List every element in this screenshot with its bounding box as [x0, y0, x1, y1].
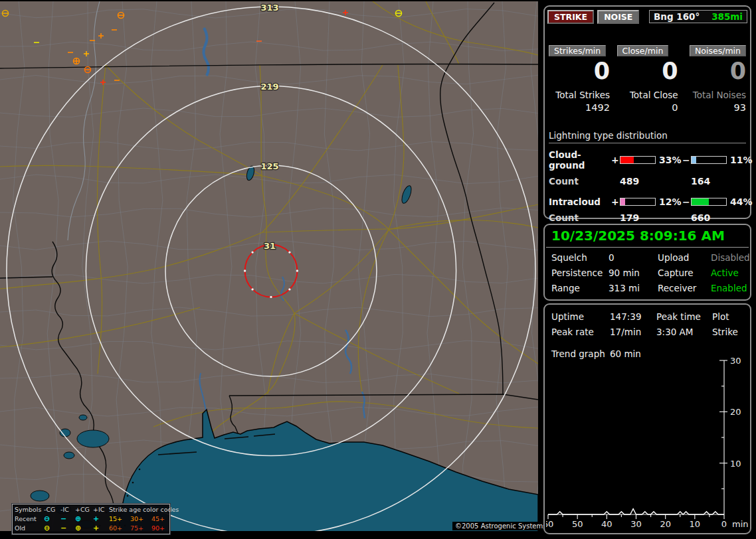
close-counter: Close/min 0 Total Close 0 [617, 45, 678, 113]
legend-header-2: -IC [60, 505, 75, 514]
distribution-title: Lightning type distribution [549, 130, 746, 143]
strike-toggle-button[interactable]: STRIKE [547, 10, 594, 24]
strike-symbol-icon: ⊕ [75, 524, 93, 533]
strikes-per-min-button[interactable]: Strikes/min [549, 45, 606, 56]
ring-label-125: 125 [260, 161, 278, 171]
age-code-60+: 60+ [109, 524, 130, 533]
close-rate: 0 [617, 58, 678, 84]
legend-header-3: +CG [75, 505, 93, 514]
ic-negative-bar [691, 198, 727, 206]
legend-header-0: Symbols [15, 505, 44, 514]
bearing-readout: Bng 160° 385mi [649, 10, 747, 23]
status-row: Range 313 mi Receiver Enabled [545, 283, 750, 293]
copyright-label: ©2005 Astrogenic Systems [452, 522, 549, 530]
svg-text:60: 60 [546, 519, 553, 529]
svg-text:30: 30 [730, 356, 741, 366]
legend-row-label: Old [15, 524, 44, 533]
trend-chart: 1020300102030405060min [546, 355, 751, 532]
cg-negative-bar [691, 156, 727, 164]
intracloud-row: Intracloud + 12% − 44% [545, 196, 750, 207]
strike-symbol-icon: + [93, 514, 109, 524]
total-noises-value: 93 [685, 102, 746, 113]
total-noises-label: Total Noises [685, 90, 746, 100]
strike-symbol-icon: − [60, 514, 75, 524]
legend-header-4: +IC [93, 505, 109, 514]
svg-text:10: 10 [730, 459, 741, 469]
total-close-label: Total Close [617, 90, 678, 100]
ic-positive-bar [620, 198, 656, 206]
age-code-45+: 45+ [151, 514, 170, 524]
noises-per-min-button[interactable]: Noises/min [690, 45, 746, 56]
svg-text:min: min [732, 519, 749, 529]
status-panel: 10/23/2025 8:09:16 AM Squelch 0 Upload D… [543, 224, 751, 301]
total-strikes-label: Total Strikes [549, 90, 610, 100]
svg-text:10: 10 [690, 519, 701, 529]
capture-status: Active [711, 268, 743, 278]
trend-line [548, 509, 724, 515]
cloud-ground-row: Cloud-ground + 33% − 11% [545, 149, 750, 171]
total-close-value: 0 [617, 102, 678, 113]
legend-header-1: -CG [44, 505, 60, 514]
close-per-min-button[interactable]: Close/min [617, 45, 669, 56]
ring-label-219: 219 [260, 82, 278, 92]
map-legend: Symbols-CG-IC+CG+ICStrike age color code… [12, 504, 170, 534]
noise-toggle-button[interactable]: NOISE [597, 10, 639, 24]
session-panel: Uptime 147:39 Peak time Plot Peak rate 1… [543, 303, 751, 534]
legend-row-label: Recent [15, 514, 44, 524]
strikes-rate: 0 [549, 58, 610, 84]
strike-symbol-icon: ⊕ [75, 514, 93, 524]
ring-label-31: 31 [264, 241, 276, 251]
noises-rate: 0 [685, 58, 746, 84]
noises-counter: Noises/min 0 Total Noises 93 [685, 45, 746, 113]
age-code-90+: 90+ [151, 524, 170, 533]
age-code-75+: 75+ [130, 524, 151, 533]
datetime-display: 10/23/2025 8:09:16 AM [546, 225, 749, 248]
strike-symbol-icon: + [93, 524, 109, 533]
minus-sign: − [682, 155, 691, 165]
intracloud-counts: Count 179 660 [545, 212, 750, 223]
session-row: Peak rate 17/min 3:30 AM Strike [545, 327, 750, 337]
plus-sign: + [611, 196, 620, 207]
map-canvas: 31321912531 [0, 1, 538, 531]
session-row: Uptime 147:39 Peak time Plot [545, 311, 750, 322]
svg-text:40: 40 [601, 519, 613, 529]
svg-text:20: 20 [660, 519, 671, 529]
minus-sign: − [682, 196, 691, 207]
svg-text:30: 30 [630, 519, 642, 529]
svg-text:0: 0 [721, 519, 727, 529]
age-code-30+: 30+ [130, 514, 151, 524]
ring-label-313: 313 [260, 3, 278, 13]
bearing-range: 385mi [711, 11, 743, 22]
strike-circle-plus [74, 58, 80, 64]
age-code-15+: 15+ [109, 514, 130, 524]
stats-panel: STRIKE NOISE Bng 160° 385mi Strikes/min … [543, 5, 751, 219]
cloud-ground-counts: Count 489 164 [545, 176, 750, 187]
upload-status: Disabled [711, 252, 750, 263]
app-window: 31321912531 Symbols-CG-IC+CG+ICStrike ag… [0, 0, 756, 539]
status-row: Persistence 90 min Capture Active [545, 268, 750, 278]
receiver-status: Enabled [711, 283, 747, 293]
legend-age-title: Strike age color codes [109, 505, 170, 514]
strike-symbol-icon: ⊖ [44, 514, 60, 524]
svg-text:20: 20 [730, 407, 741, 417]
svg-text:50: 50 [572, 519, 583, 529]
cg-positive-bar [620, 156, 656, 164]
status-row: Squelch 0 Upload Disabled [545, 252, 750, 263]
strikes-counter: Strikes/min 0 Total Strikes 1492 [549, 45, 610, 113]
strike-symbol-icon: ⊖ [44, 524, 60, 533]
total-strikes-value: 1492 [549, 102, 610, 113]
strike-symbol-icon: − [60, 524, 75, 533]
bearing-label: Bng 160° [654, 11, 700, 22]
plus-sign: + [611, 155, 620, 165]
lightning-map[interactable]: 31321912531 Symbols-CG-IC+CG+ICStrike ag… [0, 1, 538, 531]
